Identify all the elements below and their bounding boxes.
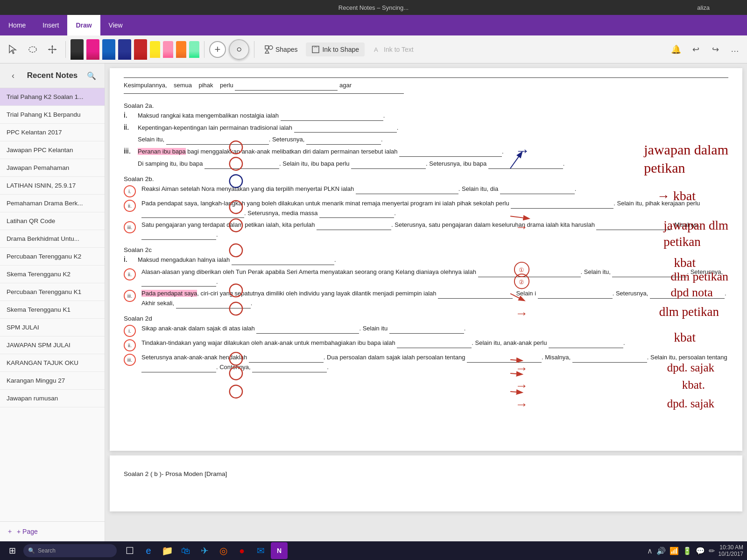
sidebar-item-5[interactable]: LATIHAN ISNIN, 25.9.17 bbox=[0, 177, 105, 195]
taskbar-search[interactable]: 🔍 Search bbox=[23, 544, 117, 557]
q2b-row-iii: iii. Satu pengajaran yang terdapat dalam… bbox=[124, 220, 728, 241]
annotation-2b: jawapan dlmpetikan bbox=[663, 217, 728, 250]
circle-roman-ciii: iii. bbox=[124, 290, 136, 302]
sidebar-item-1[interactable]: Trial Pahang K1 Berpandu bbox=[0, 106, 105, 124]
sidebar-search-button[interactable]: 🔍 bbox=[85, 69, 98, 82]
sidebar-item-0[interactable]: Trial Pahang K2 Soalan 1... bbox=[0, 88, 105, 106]
annotation-2c: dlm petikan bbox=[659, 304, 719, 320]
menu-draw[interactable]: Draw bbox=[67, 15, 100, 35]
sidebar-item-16[interactable]: Karangan Minggu 27 bbox=[0, 372, 105, 390]
ink-to-shape-button[interactable]: Ink to Shape bbox=[306, 42, 365, 56]
taskbar-task-view[interactable]: ☐ bbox=[121, 542, 138, 559]
sidebar-item-3[interactable]: Jawapan PPC Kelantan bbox=[0, 141, 105, 159]
taskbar-app6[interactable]: ◎ bbox=[215, 542, 232, 559]
sidebar: ‹ Recent Notes 🔍 Trial Pahang K2 Soalan … bbox=[0, 63, 105, 541]
sidebar-item-11[interactable]: Percubaan Terengganu K1 bbox=[0, 283, 105, 301]
search-icon: 🔍 bbox=[28, 547, 35, 554]
roman-ii: ii. bbox=[124, 123, 135, 132]
pen-orange-highlighter[interactable] bbox=[176, 41, 186, 58]
menu-home[interactable]: Home bbox=[0, 15, 34, 35]
sidebar-item-2[interactable]: PPC Kelantan 2017 bbox=[0, 124, 105, 141]
q2d-row-iii: iii. Seterusnya anak-anak-anak hendaklah… bbox=[124, 353, 728, 373]
pen-green-highlighter[interactable] bbox=[189, 41, 199, 58]
red-arrow-2d-iii: → bbox=[515, 397, 528, 412]
taskbar-edge[interactable]: e bbox=[140, 542, 157, 559]
taskbar-message[interactable]: 💬 bbox=[696, 546, 705, 555]
pen-pink-highlighter[interactable] bbox=[163, 41, 173, 58]
sidebar-item-8[interactable]: Drama Berkhidmat Untu... bbox=[0, 230, 105, 248]
taskbar-battery[interactable]: 🔋 bbox=[683, 546, 692, 555]
pen-pink[interactable] bbox=[86, 39, 99, 60]
toolbar-right-actions: 🔔 ↩ ↪ … bbox=[669, 42, 742, 57]
taskbar-app7[interactable]: ● bbox=[233, 542, 250, 559]
shapes-icon bbox=[265, 45, 273, 54]
q2d-row-i: i. Sikap anak-anak dalam sajak di atas i… bbox=[124, 324, 728, 337]
sidebar-item-14[interactable]: JAWAPAN SPM JULAI bbox=[0, 336, 105, 354]
shapes-button[interactable]: Shapes bbox=[259, 42, 303, 56]
taskbar: ⊞ 🔍 Search ☐ e 📁 🛍 ✈ ◎ ● ✉ N ∧ 🔊 📶 🔋 💬 ✏… bbox=[0, 541, 747, 560]
pen-yellow-highlighter[interactable] bbox=[150, 41, 160, 58]
soalan-2c-header: Soalan 2c bbox=[124, 246, 728, 253]
eraser-circle[interactable]: ○ bbox=[229, 39, 249, 60]
sidebar-item-6[interactable]: Pemahaman Drama Berk... bbox=[0, 195, 105, 212]
pen-darkblue[interactable] bbox=[118, 39, 131, 60]
sidebar-item-7[interactable]: Latihan QR Code bbox=[0, 212, 105, 230]
circle-roman-di: i. bbox=[124, 325, 136, 337]
toolbar: + ○ Shapes Ink to Shape A Ink to Text 🔔 … bbox=[0, 35, 747, 63]
menu-insert[interactable]: Insert bbox=[34, 15, 67, 35]
more-icon[interactable]: … bbox=[727, 42, 742, 57]
sidebar-item-12[interactable]: Skema Terengganu K1 bbox=[0, 301, 105, 319]
sidebar-list: Trial Pahang K2 Soalan 1... Trial Pahang… bbox=[0, 88, 105, 521]
add-pen-button[interactable]: + bbox=[209, 41, 226, 58]
lasso-tool[interactable] bbox=[24, 41, 41, 58]
svg-marker-10 bbox=[265, 50, 269, 53]
svg-marker-6 bbox=[48, 49, 50, 50]
sidebar-item-13[interactable]: SPM JULAI bbox=[0, 319, 105, 336]
taskbar-network[interactable]: 📶 bbox=[669, 546, 679, 555]
q2a-row-i: i. Maksud rangkai kata mengembalikan nos… bbox=[124, 111, 728, 122]
ink-to-text-label: Ink to Text bbox=[384, 46, 414, 53]
taskbar-store[interactable]: 🛍 bbox=[177, 542, 194, 559]
annotation-2c-kbat: kbat bbox=[674, 330, 696, 345]
soalan-2c-block: i. Maksud mengadukan halnya ialah . ii. … bbox=[124, 255, 728, 309]
add-page-button[interactable]: ＋ + Page bbox=[0, 521, 105, 541]
svg-point-27 bbox=[230, 385, 242, 398]
toolbar-separator-3 bbox=[254, 41, 254, 58]
sidebar-item-4[interactable]: Jawapan Pemahaman bbox=[0, 159, 105, 177]
sidebar-back-button[interactable]: ‹ bbox=[7, 69, 20, 82]
content-area[interactable]: ① ② bbox=[105, 63, 747, 541]
taskbar-pen[interactable]: ✏ bbox=[709, 546, 715, 555]
pen-red[interactable] bbox=[134, 39, 147, 60]
q2a-row-selain: Selain itu, . Seterusnya, . bbox=[124, 135, 728, 146]
ink-shape-icon bbox=[311, 45, 320, 54]
taskbar-mail[interactable]: ✉ bbox=[252, 542, 269, 559]
circle-roman-ii: ii. bbox=[124, 200, 136, 212]
bell-icon[interactable]: 🔔 bbox=[669, 42, 684, 57]
ink-text-icon: A bbox=[373, 45, 381, 54]
select-tool[interactable] bbox=[5, 41, 21, 58]
undo-icon[interactable]: ↩ bbox=[688, 42, 703, 57]
pen-black[interactable] bbox=[70, 39, 84, 60]
toolbar-separator-1 bbox=[65, 41, 66, 58]
q2a-row-ii: ii. Kepentingan-kepentingan lain permain… bbox=[124, 123, 728, 134]
svg-marker-0 bbox=[9, 45, 16, 54]
windows-button[interactable]: ⊞ bbox=[4, 542, 21, 559]
taskbar-speaker[interactable]: 🔊 bbox=[656, 546, 666, 555]
ink-to-text-button[interactable]: A Ink to Text bbox=[367, 42, 419, 56]
circle-roman-diii: iii. bbox=[124, 354, 136, 366]
taskbar-onenote[interactable]: N bbox=[271, 542, 288, 559]
move-tool[interactable] bbox=[44, 41, 61, 58]
sidebar-item-10[interactable]: Skema Terengganu K2 bbox=[0, 266, 105, 283]
toolbar-separator-2 bbox=[204, 41, 204, 58]
taskbar-telegram[interactable]: ✈ bbox=[196, 542, 213, 559]
pen-blue[interactable] bbox=[102, 39, 115, 60]
taskbar-chevron[interactable]: ∧ bbox=[647, 546, 653, 555]
taskbar-files[interactable]: 📁 bbox=[159, 542, 176, 559]
sidebar-item-15[interactable]: KARANGAN TAJUK OKU bbox=[0, 354, 105, 372]
redo-icon[interactable]: ↪ bbox=[708, 42, 723, 57]
note-page-2: Soalan 2 ( b )- Prosa Moden [Drama] bbox=[110, 455, 742, 511]
add-page-label: + Page bbox=[17, 528, 38, 535]
sidebar-item-9[interactable]: Percubaan Terengganu K2 bbox=[0, 248, 105, 266]
menu-view[interactable]: View bbox=[100, 15, 131, 35]
sidebar-item-17[interactable]: Jawapan rumusan bbox=[0, 390, 105, 407]
